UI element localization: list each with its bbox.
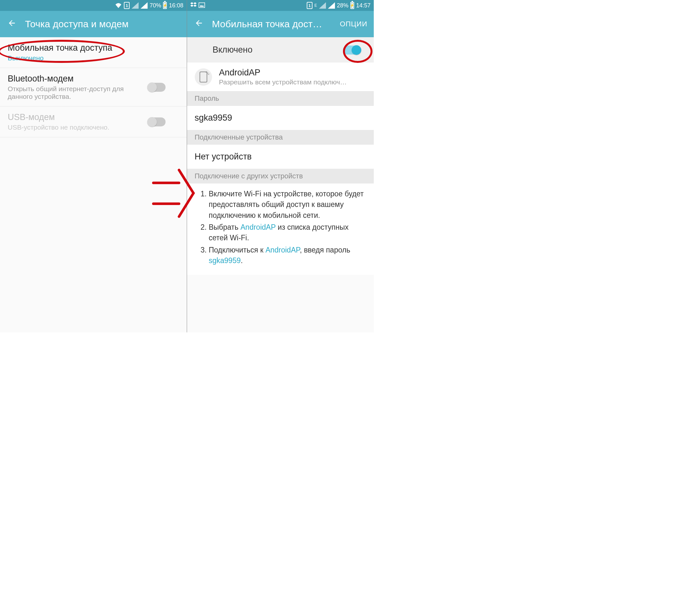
svg-marker-2 [190,4,194,7]
screen-hotspot-settings: 1 E 28% ⚡ 14:57 Мобильная точка дост… ОП… [187,0,374,332]
svg-marker-0 [190,2,194,4]
signal-icon-1 [319,2,326,9]
row-title: Мобильная точка доступа [8,43,179,53]
hotspot-icon: ››› [195,68,212,86]
row-access-point[interactable]: ››› AndroidAP Разрешить всем устройствам… [187,63,374,91]
ap-desc: Разрешить всем устройствам подключ… [219,78,367,86]
app-bar: Мобильная точка дост… ОПЦИИ [187,11,374,37]
ap-name: AndroidAP [219,68,367,78]
section-connected: Подключенные устройства [187,130,374,145]
row-enabled-toggle[interactable]: Включено [187,37,374,63]
battery-percent: 70% [150,2,161,9]
row-bluetooth-tether[interactable]: Bluetooth-модем Открыть общий интернет-д… [0,68,187,106]
wifi-icon [115,2,122,9]
battery-percent: 28% [337,2,349,9]
signal-icon-2 [328,2,335,9]
instruction-step-1: Включите Wi-Fi на устройстве, которое бу… [209,188,365,221]
status-bar: 1 E 28% ⚡ 14:57 [187,0,374,11]
back-button[interactable] [6,19,17,30]
sim-icon: 1 [124,2,130,9]
app-bar: Точка доступа и модем [0,11,187,37]
clock: 16:08 [169,2,183,9]
signal-icon-1 [132,2,139,9]
svg-marker-5 [200,5,204,7]
battery-icon: ⚡ [350,2,354,9]
signal-icon-2 [140,2,147,9]
page-title: Точка доступа и модем [25,19,180,29]
password-link: sgka9959 [209,256,241,265]
row-subtitle: USB-устройство не подключено. [8,123,142,131]
row-title: USB-модем [8,112,142,122]
svg-marker-1 [194,2,197,4]
bluetooth-toggle[interactable] [147,83,165,92]
enabled-label: Включено [213,45,253,55]
row-subtitle: Выключено [8,54,179,62]
ap-name-link: AndroidAP [265,246,300,254]
section-howto: Подключение с других устройств [187,169,374,183]
row-title: Bluetooth-модем [8,74,142,84]
ap-name-link: AndroidAP [241,223,276,231]
usb-toggle [147,117,165,126]
section-password: Пароль [187,91,374,106]
options-button[interactable]: ОПЦИИ [340,20,368,28]
dropbox-icon [190,2,197,9]
svg-marker-3 [194,4,197,7]
row-no-devices: Нет устройств [187,145,374,169]
status-bar: 1 70% ⚡ 16:08 [0,0,187,11]
network-type: E [314,3,317,8]
back-button[interactable] [194,19,204,30]
sim-icon: 1 [307,2,313,9]
instruction-step-3: Подключиться к AndroidAP, введя пароль s… [209,245,365,266]
clock: 14:57 [356,2,371,9]
screen-tethering: 1 70% ⚡ 16:08 Точка доступа и модем Моби… [0,0,187,332]
svg-rect-4 [199,3,204,7]
battery-icon: ⚡ [163,2,167,9]
image-icon [199,2,205,9]
hotspot-toggle[interactable] [343,45,361,55]
page-title: Мобильная точка дост… [212,19,332,29]
row-usb-tether: USB-модем USB-устройство не подключено. [0,106,187,137]
row-mobile-hotspot[interactable]: Мобильная точка доступа Выключено [0,37,187,68]
row-subtitle: Открыть общий интернет-доступ для данног… [8,85,142,100]
instruction-step-2: Выбрать AndroidAP из списка доступных се… [209,222,365,243]
row-password[interactable]: sgka9959 [187,106,374,130]
instructions: Включите Wi-Fi на устройстве, которое бу… [187,183,374,275]
